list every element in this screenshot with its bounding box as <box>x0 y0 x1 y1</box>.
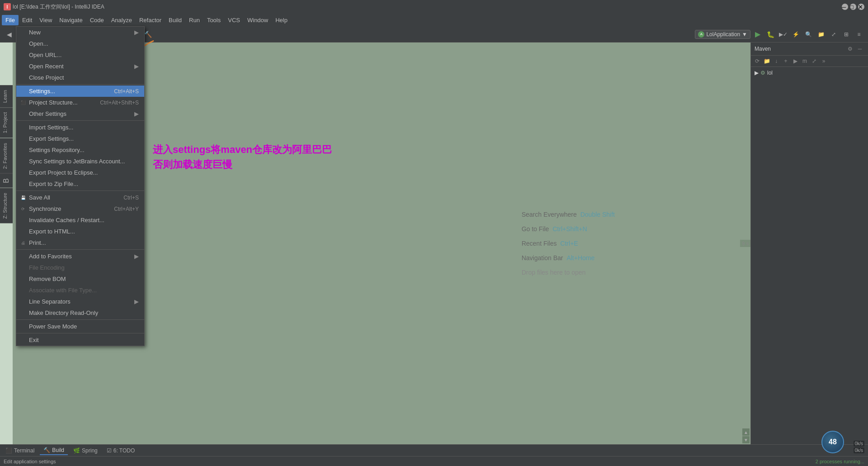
menu-item-make-readonly[interactable]: Make Directory Read-Only <box>16 307 144 319</box>
hint-navbar-key: Alt+Home <box>566 254 594 262</box>
synchronize-label: Synchronize <box>29 205 61 212</box>
menu-item-line-separators[interactable]: Line Separators ▶ <box>16 296 144 307</box>
menu-item-add-favorites[interactable]: Add to Favorites ▶ <box>16 251 144 262</box>
sidebar-item-project[interactable]: 1: Project <box>0 107 13 138</box>
open-url-label: Open URL... <box>29 52 61 58</box>
menu-item-power-save[interactable]: Power Save Mode <box>16 321 144 332</box>
debug-button[interactable]: 🐛 <box>765 29 776 40</box>
menu-window[interactable]: Window <box>244 15 272 25</box>
menu-item-export-settings[interactable]: Export Settings... <box>16 133 144 144</box>
menu-item-synchronize[interactable]: ⟳ Synchronize Ctrl+Alt+Y <box>16 203 144 214</box>
menu-analyze[interactable]: Analyze <box>108 15 136 25</box>
scroll-time: 9 s <box>742 241 749 246</box>
menu-item-export-eclipse[interactable]: Export Project to Eclipse... <box>16 167 144 178</box>
menu-item-print[interactable]: 🖨 Print... <box>16 237 144 248</box>
maximize-button[interactable]: □ <box>850 4 856 10</box>
close-button[interactable]: ✕ <box>858 4 864 10</box>
processes-status: 2 processes running... <box>816 459 864 464</box>
tab-build[interactable]: 🔨 Build <box>40 446 68 455</box>
todo-label: 6: TODO <box>113 447 135 454</box>
menu-item-settings-repo[interactable]: Settings Repository... <box>16 144 144 156</box>
menu-item-open[interactable]: Open... <box>16 38 144 49</box>
maven-plus-btn[interactable]: + <box>781 57 790 66</box>
build-label: Build <box>52 447 64 453</box>
maven-project-icon: ⚙ <box>760 70 765 76</box>
menu-item-file-encoding: File Encoding <box>16 262 144 273</box>
annotation-line2: 否则加载速度巨慢 <box>153 157 332 172</box>
menu-item-import-settings[interactable]: Import Settings... <box>16 122 144 133</box>
menu-run[interactable]: Run <box>185 15 203 25</box>
menu-item-open-recent[interactable]: Open Recent ▶ <box>16 61 144 72</box>
menu-view[interactable]: View <box>36 15 56 25</box>
sidebar-item-structure[interactable]: Z: Structure <box>0 188 13 223</box>
file-encoding-label: File Encoding <box>29 264 65 271</box>
maven-run-btn[interactable]: ▶ <box>791 57 800 66</box>
menu-item-other-settings[interactable]: Other Settings ▶ <box>16 108 144 119</box>
menu-item-project-structure[interactable]: ⬛ Project Structure... Ctrl+Alt+Shift+S <box>16 97 144 108</box>
maven-m-btn[interactable]: m <box>800 57 809 66</box>
maven-expand-btn[interactable]: ⤢ <box>810 57 819 66</box>
menu-item-exit[interactable]: Exit <box>16 334 144 346</box>
maven-download-btn[interactable]: ↓ <box>772 57 781 66</box>
title-bar-controls[interactable]: ─ □ ✕ <box>842 4 864 10</box>
menu-build[interactable]: Build <box>165 15 185 25</box>
menu-file[interactable]: File <box>2 15 19 25</box>
toolbar-btn-extra[interactable]: ⊞ <box>841 29 852 40</box>
menu-edit[interactable]: Edit <box>19 15 36 25</box>
maven-refresh-btn[interactable]: ⟳ <box>753 57 762 66</box>
maven-more-btn[interactable]: » <box>819 57 828 66</box>
menu-item-open-url[interactable]: Open URL... <box>16 49 144 61</box>
hint-recent: Recent Files Ctrl+E <box>522 240 615 247</box>
menu-item-close-project[interactable]: Close Project <box>16 72 144 83</box>
menu-item-export-zip[interactable]: Export to Zip File... <box>16 178 144 190</box>
menu-item-sync-settings[interactable]: Sync Settings to JetBrains Account... <box>16 156 144 167</box>
scroll-up-btn[interactable]: ▲ <box>742 428 750 436</box>
menu-item-new[interactable]: New ▶ <box>16 27 144 38</box>
minimize-button[interactable]: ─ <box>842 4 848 10</box>
title-bar-left: I lol [E:\Idea 工作空间\lol] - IntelliJ IDEA <box>4 3 104 11</box>
menu-item-invalidate-caches[interactable]: Invalidate Caches / Restart... <box>16 214 144 226</box>
toolbar-btn-extra2[interactable]: ≡ <box>854 29 864 40</box>
separator-4 <box>16 249 144 250</box>
menu-help[interactable]: Help <box>272 15 291 25</box>
sidebar-item-b[interactable]: B <box>0 173 13 188</box>
run-configuration[interactable]: A LolApplication ▼ <box>695 30 750 39</box>
run-with-coverage[interactable]: ▶✓ <box>778 29 788 40</box>
folder-btn[interactable]: 📁 <box>816 29 826 40</box>
project-structure-shortcut: Ctrl+Alt+Shift+S <box>100 100 139 106</box>
toolbar-search[interactable]: 🔍 <box>803 29 814 40</box>
run-button[interactable]: ▶ <box>752 29 763 40</box>
tab-todo[interactable]: ☑ 6: TODO <box>103 447 139 455</box>
status-bar: Edit application settings 2 processes ru… <box>0 456 868 466</box>
scroll-down-btn[interactable]: ▼ <box>742 436 750 443</box>
remove-bom-label: Remove BOM <box>29 276 66 282</box>
hint-search: Search Everywhere Double Shift <box>522 211 615 218</box>
menu-item-associate-file-type: Associate with File Type... <box>16 285 144 296</box>
maven-add-btn[interactable]: 📁 <box>762 57 771 66</box>
export-html-label: Export to HTML... <box>29 228 75 235</box>
separator-6 <box>16 333 144 333</box>
expand-btn[interactable]: ⤢ <box>828 29 839 40</box>
hint-search-key: Double Shift <box>580 211 615 218</box>
back-button[interactable]: ◀ <box>4 29 14 40</box>
menu-item-save-all[interactable]: 💾 Save All Ctrl+S <box>16 192 144 203</box>
tab-spring[interactable]: 🌿 Spring <box>70 447 101 455</box>
maven-minimize-btn[interactable]: ─ <box>855 44 864 53</box>
menu-item-export-html[interactable]: Export to HTML... <box>16 226 144 237</box>
menu-item-remove-bom[interactable]: Remove BOM <box>16 273 144 285</box>
terminal-label: Terminal <box>14 447 34 454</box>
sync-icon: ⟳ <box>20 206 26 212</box>
sidebar-item-learn[interactable]: Learn <box>0 85 13 107</box>
profile-button[interactable]: ⚡ <box>790 29 801 40</box>
menu-refactor[interactable]: Refactor <box>136 15 165 25</box>
project-structure-icon: ⬛ <box>20 100 26 106</box>
menu-code[interactable]: Code <box>86 15 108 25</box>
maven-settings-btn[interactable]: ⚙ <box>845 44 854 53</box>
menu-tools[interactable]: Tools <box>203 15 224 25</box>
maven-header-controls: ⚙ ─ <box>845 44 864 53</box>
menu-navigate[interactable]: Navigate <box>56 15 86 25</box>
sidebar-item-favorites[interactable]: 2: Favorites <box>0 138 13 173</box>
maven-project-item[interactable]: ▶ ⚙ lol <box>753 69 866 77</box>
menu-item-settings[interactable]: Settings... Ctrl+Alt+S <box>16 86 144 97</box>
menu-vcs[interactable]: VCS <box>224 15 244 25</box>
